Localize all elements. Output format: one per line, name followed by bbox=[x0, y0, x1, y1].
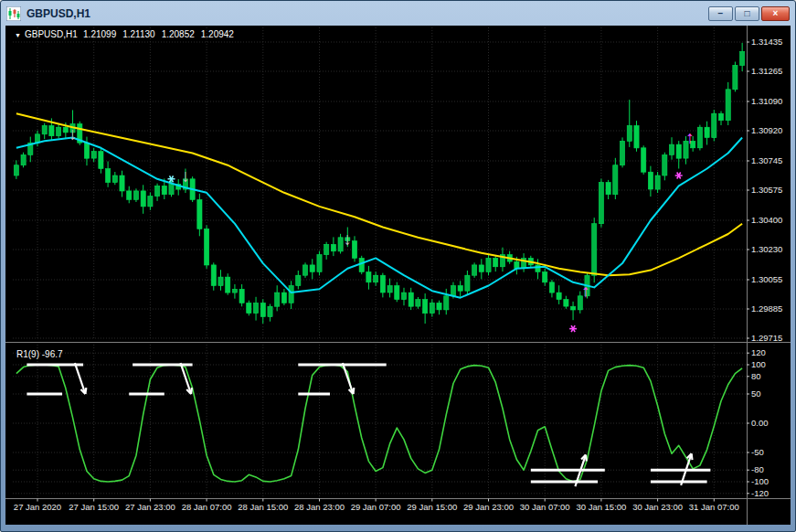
time-tick-label: 30 Jan 15:00 bbox=[576, 502, 626, 512]
trend-arrow-head bbox=[586, 455, 587, 462]
candle bbox=[218, 277, 223, 285]
candle bbox=[718, 113, 723, 121]
close-button[interactable]: × bbox=[761, 6, 790, 21]
candle bbox=[317, 255, 322, 272]
candle bbox=[486, 258, 491, 271]
candle bbox=[359, 258, 364, 271]
candle bbox=[564, 300, 568, 307]
candle bbox=[465, 275, 470, 291]
candle bbox=[247, 303, 251, 313]
candle bbox=[162, 186, 166, 194]
candle bbox=[141, 191, 145, 207]
chart-client-area: ↓↓↓↑↑1.314351.312651.310901.309201.30745… bbox=[5, 26, 791, 525]
osc-tick-label: -100 bbox=[751, 476, 769, 486]
candle bbox=[627, 125, 631, 141]
candle bbox=[310, 265, 314, 272]
signal-markers: ↓↓↓↑↑ bbox=[69, 124, 695, 332]
candle bbox=[494, 258, 498, 266]
candle bbox=[226, 277, 230, 293]
candle bbox=[120, 176, 124, 191]
candle bbox=[479, 265, 483, 272]
candle bbox=[669, 144, 674, 154]
readout-symbol: GBPUSD,H1 bbox=[25, 29, 78, 39]
candle bbox=[437, 303, 441, 310]
candle bbox=[14, 165, 18, 176]
time-tick-label: 29 Jan 07:00 bbox=[351, 502, 401, 512]
price-tick-label: 1.30745 bbox=[751, 155, 782, 165]
candle bbox=[726, 90, 730, 121]
candle bbox=[571, 306, 576, 310]
candle bbox=[289, 286, 293, 303]
candle bbox=[458, 286, 462, 292]
window-title: GBPUSD,H1 bbox=[27, 7, 90, 20]
candle bbox=[302, 265, 307, 275]
price-axis[interactable]: 1.314351.312651.310901.309201.307451.305… bbox=[747, 26, 782, 525]
mt4-window: GBPUSD,H1 − □ × ↓↓↓↑↑1.314351.312651.310… bbox=[0, 0, 796, 532]
candle bbox=[423, 300, 428, 314]
maximize-button[interactable]: □ bbox=[735, 6, 759, 21]
time-tick-label: 31 Jan 07:00 bbox=[689, 502, 739, 512]
candle bbox=[232, 289, 237, 293]
minimize-button[interactable]: − bbox=[708, 6, 733, 21]
osc-tick-label: 100 bbox=[751, 359, 766, 369]
candle bbox=[733, 65, 738, 89]
buy-arrow-icon: ↑ bbox=[685, 128, 695, 147]
candle bbox=[253, 303, 258, 313]
candle bbox=[84, 143, 89, 158]
price-tick-label: 1.31265 bbox=[751, 66, 782, 76]
candle bbox=[380, 275, 385, 293]
price-tick-label: 1.31090 bbox=[751, 96, 782, 106]
osc-tick-label: -50 bbox=[751, 447, 764, 457]
sell-arrow-icon: ↓ bbox=[344, 229, 353, 249]
candles-layer bbox=[14, 43, 744, 324]
candle bbox=[374, 275, 378, 282]
time-tick-label: 28 Jan 07:00 bbox=[182, 502, 232, 512]
candle bbox=[606, 183, 610, 195]
candle bbox=[127, 191, 132, 199]
title-bar[interactable]: GBPUSD,H1 − □ × bbox=[1, 1, 795, 26]
symbol-dropdown-icon[interactable]: ▼ bbox=[15, 32, 21, 38]
candle bbox=[275, 293, 280, 306]
candle bbox=[620, 141, 624, 165]
osc-tick-label: 80 bbox=[751, 371, 761, 381]
trend-arrow bbox=[75, 363, 86, 394]
candle bbox=[634, 125, 639, 148]
time-axis[interactable]: 27 Jan 202027 Jan 15:0027 Jan 23:0028 Ja… bbox=[5, 343, 791, 513]
candle bbox=[331, 244, 335, 251]
chart-canvas[interactable]: ↓↓↓↑↑1.314351.312651.310901.309201.30745… bbox=[5, 26, 791, 525]
candle bbox=[697, 127, 702, 148]
candle bbox=[515, 261, 519, 269]
candle bbox=[543, 272, 547, 282]
candle bbox=[133, 191, 138, 199]
readout-high: 1.21130 bbox=[122, 29, 155, 39]
price-tick-label: 1.31435 bbox=[751, 37, 782, 47]
price-tick-label: 1.30230 bbox=[751, 244, 782, 254]
candle bbox=[148, 197, 153, 207]
time-tick-label: 29 Jan 23:00 bbox=[463, 502, 514, 512]
candle bbox=[205, 229, 209, 265]
candle bbox=[395, 286, 399, 300]
candle bbox=[268, 306, 272, 316]
time-tick-label: 27 Jan 15:00 bbox=[69, 502, 119, 512]
time-tick-label: 27 Jan 2020 bbox=[14, 502, 61, 512]
candle bbox=[296, 275, 301, 285]
candle bbox=[740, 51, 745, 65]
candle bbox=[21, 154, 26, 165]
indicator-pane bbox=[16, 363, 742, 486]
candle bbox=[211, 265, 216, 286]
buy-arrow-icon: ↑ bbox=[581, 282, 590, 301]
ma-slow-path bbox=[16, 113, 742, 275]
candle bbox=[57, 127, 61, 135]
candle bbox=[705, 127, 709, 137]
candle bbox=[592, 224, 597, 276]
indicator-label: R1(9) -96.7 bbox=[16, 349, 63, 359]
candle bbox=[366, 272, 371, 282]
grid-layer bbox=[13, 27, 746, 496]
candle bbox=[281, 293, 286, 303]
candle bbox=[401, 293, 406, 300]
price-tick-label: 1.29885 bbox=[751, 303, 782, 314]
time-tick-label: 27 Jan 23:00 bbox=[125, 502, 175, 512]
price-tick-label: 1.29715 bbox=[751, 333, 782, 343]
ohlc-readout: GBPUSD,H11.210991.211301.208521.20942 bbox=[25, 29, 234, 39]
candle bbox=[49, 125, 54, 135]
